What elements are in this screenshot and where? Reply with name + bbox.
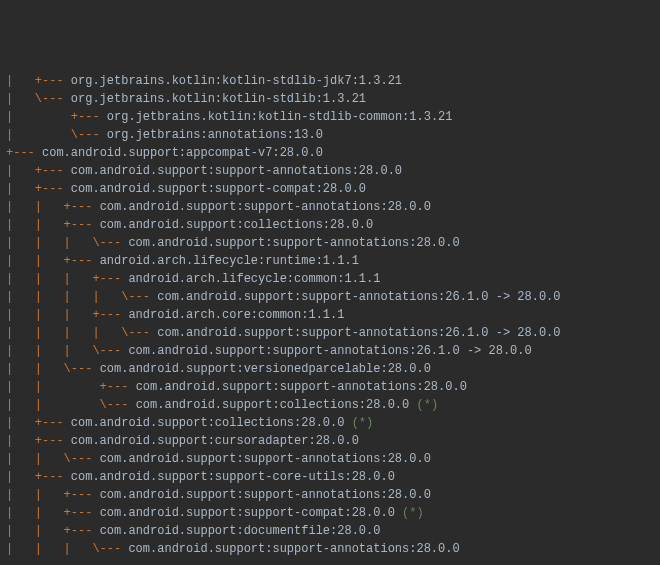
package-coordinate: org.jetbrains.kotlin:kotlin-stdlib:1.3.2… [71,92,366,106]
duplicate-marker: (*) [344,416,373,430]
tree-branch-chars: | | | | \--- [6,290,157,304]
tree-line: | | +--- com.android.support:support-ann… [6,486,654,504]
tree-branch-chars: | +--- [6,470,71,484]
duplicate-marker: (*) [395,506,424,520]
tree-line: | +--- com.android.support:support-core-… [6,468,654,486]
tree-line: | | | \--- com.android.support:support-a… [6,540,654,558]
tree-branch-chars: | +--- [6,182,71,196]
tree-line: | | \--- com.android.support:collections… [6,396,654,414]
tree-branch-chars: | | | \--- [6,236,128,250]
package-coordinate: com.android.support:support-annotations:… [157,326,560,340]
tree-line: | | | | \--- com.android.support:support… [6,288,654,306]
tree-line: | +--- com.android.support:support-compa… [6,180,654,198]
tree-branch-chars: | | \--- [6,362,100,376]
tree-branch-chars: | | +--- [6,506,100,520]
tree-line: | +--- org.jetbrains.kotlin:kotlin-stdli… [6,108,654,126]
tree-line: | | | \--- com.android.support:support-a… [6,342,654,360]
package-coordinate: com.android.support:documentfile:28.0.0 [100,524,381,538]
package-coordinate: com.android.support:collections:28.0.0 [71,416,345,430]
package-coordinate: com.android.support:support-annotations:… [100,488,431,502]
tree-branch-chars: | | +--- [6,524,100,538]
tree-line: | | +--- android.arch.lifecycle:runtime:… [6,252,654,270]
package-coordinate: com.android.support:support-annotations:… [128,236,459,250]
tree-branch-chars: | | +--- [6,200,100,214]
tree-branch-chars: +--- [6,146,42,160]
tree-line: | +--- com.android.support:support-annot… [6,162,654,180]
tree-line: | | +--- com.android.support:collections… [6,216,654,234]
tree-branch-chars: | | | \--- [6,344,128,358]
tree-line: | | | | \--- com.android.support:support… [6,324,654,342]
package-coordinate: com.android.support:support-annotations:… [100,200,431,214]
tree-branch-chars: | | +--- [6,254,100,268]
tree-branch-chars: | \--- [6,128,107,142]
package-coordinate: com.android.support:support-core-utils:2… [71,470,395,484]
package-coordinate: com.android.support:support-annotations:… [128,344,531,358]
package-coordinate: com.android.support:support-annotations:… [136,380,467,394]
package-coordinate: com.android.support:support-compat:28.0.… [71,182,366,196]
package-coordinate: com.android.support:versionedparcelable:… [100,362,431,376]
package-coordinate: org.jetbrains.kotlin:kotlin-stdlib-commo… [107,110,453,124]
tree-branch-chars: | | | \--- [6,542,128,556]
duplicate-marker: (*) [409,398,438,412]
tree-line: | \--- org.jetbrains:annotations:13.0 [6,126,654,144]
tree-branch-chars: | +--- [6,164,71,178]
tree-branch-chars: | | \--- [6,452,100,466]
package-coordinate: android.arch.core:common:1.1.1 [128,308,344,322]
package-coordinate: com.android.support:appcompat-v7:28.0.0 [42,146,323,160]
package-coordinate: org.jetbrains:annotations:13.0 [107,128,323,142]
tree-branch-chars: | | | +--- [6,308,128,322]
package-coordinate: org.jetbrains.kotlin:kotlin-stdlib-jdk7:… [71,74,402,88]
tree-branch-chars: | +--- [6,416,71,430]
tree-line: | | +--- com.android.support:support-com… [6,504,654,522]
tree-branch-chars: | | \--- [6,398,136,412]
package-coordinate: com.android.support:support-annotations:… [71,164,402,178]
tree-branch-chars: | \--- [6,92,71,106]
package-coordinate: com.android.support:support-compat:28.0.… [100,506,395,520]
package-coordinate: com.android.support:support-annotations:… [157,290,560,304]
tree-branch-chars: | | +--- [6,488,100,502]
tree-line: | +--- com.android.support:cursoradapter… [6,432,654,450]
tree-line: | | \--- com.android.support:versionedpa… [6,360,654,378]
tree-line: | | +--- com.android.support:support-ann… [6,378,654,396]
tree-branch-chars: | | +--- [6,218,100,232]
package-coordinate: com.android.support:cursoradapter:28.0.0 [71,434,359,448]
package-coordinate: com.android.support:support-annotations:… [100,452,431,466]
tree-line: | +--- com.android.support:collections:2… [6,414,654,432]
tree-branch-chars: | | | +--- [6,272,128,286]
tree-branch-chars: | +--- [6,74,71,88]
tree-line: +--- com.android.support:appcompat-v7:28… [6,144,654,162]
tree-branch-chars: | | | | \--- [6,326,157,340]
package-coordinate: com.android.support:support-annotations:… [128,542,459,556]
tree-branch-chars: | +--- [6,434,71,448]
package-coordinate: android.arch.lifecycle:runtime:1.1.1 [100,254,359,268]
package-coordinate: com.android.support:collections:28.0.0 [100,218,374,232]
package-coordinate: android.arch.lifecycle:common:1.1.1 [128,272,380,286]
tree-branch-chars: | | +--- [6,380,136,394]
tree-line: | | +--- com.android.support:support-ann… [6,198,654,216]
package-coordinate: com.android.support:collections:28.0.0 [136,398,410,412]
tree-line: | +--- org.jetbrains.kotlin:kotlin-stdli… [6,72,654,90]
tree-line: | | \--- com.android.support:support-ann… [6,450,654,468]
tree-line: | \--- org.jetbrains.kotlin:kotlin-stdli… [6,90,654,108]
dependency-tree: | +--- org.jetbrains.kotlin:kotlin-stdli… [6,72,654,558]
tree-branch-chars: | +--- [6,110,107,124]
tree-line: | | | \--- com.android.support:support-a… [6,234,654,252]
tree-line: | | | +--- android.arch.lifecycle:common… [6,270,654,288]
tree-line: | | +--- com.android.support:documentfil… [6,522,654,540]
tree-line: | | | +--- android.arch.core:common:1.1.… [6,306,654,324]
